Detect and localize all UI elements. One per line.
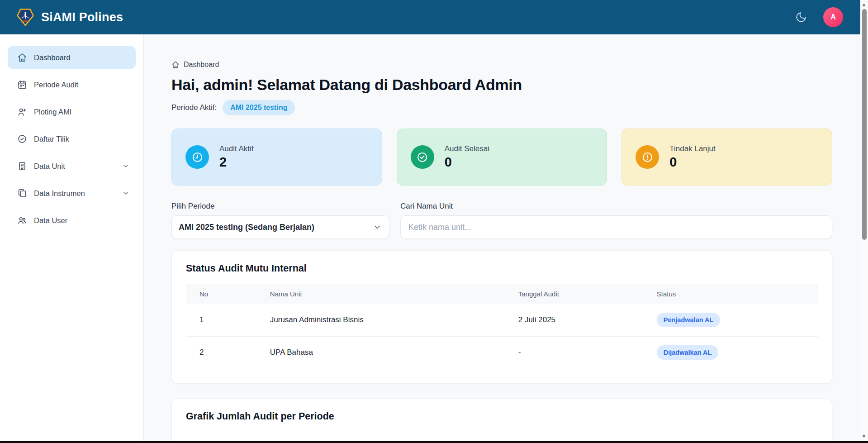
scrollbar-thumb[interactable] xyxy=(862,9,867,240)
sidebar-item-data-unit[interactable]: Data Unit xyxy=(8,155,136,177)
status-badge[interactable]: Penjadwalan AL xyxy=(657,313,721,327)
sidebar-item-label: Ploting AMI xyxy=(34,108,71,116)
home-icon xyxy=(17,52,27,62)
users-icon xyxy=(17,215,27,225)
sidebar-item-data-instrumen[interactable]: Data Instrumen xyxy=(8,182,136,205)
app-title: SiAMI Polines xyxy=(41,10,123,24)
stat-card-audit-selesai: Audit Selesai 0 xyxy=(397,129,607,186)
avatar[interactable]: A xyxy=(823,7,843,27)
chevron-down-icon xyxy=(122,162,129,170)
stat-value: 0 xyxy=(669,155,715,170)
chart-panel-title: Grafik Jumlah Audit per Periode xyxy=(186,411,818,422)
stat-card-tindak-lanjut: Tindak Lanjut 0 xyxy=(621,129,832,186)
stat-label: Audit Aktif xyxy=(219,144,254,153)
scroll-up-icon[interactable] xyxy=(862,3,866,6)
topbar: SiAMI Polines A xyxy=(0,0,860,34)
periode-select-label: Pilih Periode xyxy=(171,202,389,211)
chevron-down-icon xyxy=(373,223,382,232)
sidebar-item-periode-audit[interactable]: Periode Audit xyxy=(8,73,136,96)
alert-circle-icon xyxy=(636,145,659,169)
sidebar-item-ploting-ami[interactable]: Ploting AMI xyxy=(8,100,136,123)
stat-value: 0 xyxy=(445,155,489,170)
cell-nama-unit: Jurusan Administrasi Bisnis xyxy=(270,304,518,336)
chart-panel: Grafik Jumlah Audit per Periode xyxy=(171,398,832,441)
periode-aktif-badge: AMI 2025 testing xyxy=(223,100,295,115)
sidebar-item-label: Dashboard xyxy=(34,53,71,62)
clipboard-icon xyxy=(17,188,27,198)
stat-label: Audit Selesai xyxy=(445,144,489,153)
table-header-row: No Nama Unit Tanggal Audit Status xyxy=(186,284,818,304)
sidebar-item-data-user[interactable]: Data User xyxy=(8,209,136,232)
polines-logo-icon xyxy=(16,8,34,26)
user-plus-icon xyxy=(17,107,27,117)
sidebar: Dashboard Periode Audit Ploting AMI Daft… xyxy=(0,34,144,441)
page-scrollbar[interactable] xyxy=(860,0,868,441)
search-unit-input[interactable] xyxy=(400,215,832,239)
cell-tanggal-audit: 2 Juli 2025 xyxy=(518,304,657,336)
sidebar-item-label: Data Instrumen xyxy=(34,189,85,198)
brand[interactable]: SiAMI Polines xyxy=(16,8,123,26)
periode-select-value: AMI 2025 testing (Sedang Berjalan) xyxy=(179,223,314,232)
stat-cards: Audit Aktif 2 Audit Selesai 0 Tind xyxy=(171,129,832,186)
status-audit-table: No Nama Unit Tanggal Audit Status 1 Juru… xyxy=(186,284,818,369)
page-title: Hai, admin! Selamat Datang di Dashboard … xyxy=(171,76,832,94)
column-header-tanggal-audit: Tanggal Audit xyxy=(518,284,657,304)
cell-no: 1 xyxy=(186,304,270,336)
scroll-down-icon[interactable] xyxy=(862,435,866,438)
sidebar-item-label: Periode Audit xyxy=(34,81,78,89)
table-row: 1 Jurusan Administrasi Bisnis 2 Juli 202… xyxy=(186,304,818,336)
sidebar-item-label: Data User xyxy=(34,216,67,225)
moon-icon[interactable] xyxy=(794,10,808,24)
stat-label: Tindak Lanjut xyxy=(669,144,715,153)
cell-nama-unit: UPA Bahasa xyxy=(270,336,518,369)
search-unit-label: Cari Nama Unit xyxy=(400,202,832,211)
clock-icon xyxy=(185,145,209,169)
column-header-nama-unit: Nama Unit xyxy=(270,284,518,304)
building-icon xyxy=(17,161,27,171)
cell-tanggal-audit: - xyxy=(518,336,657,369)
column-header-no: No xyxy=(186,284,270,304)
stat-value: 2 xyxy=(219,155,254,170)
sidebar-item-label: Data Unit xyxy=(34,162,65,171)
sidebar-item-daftar-tilik[interactable]: Daftar Tilik xyxy=(8,128,136,150)
status-audit-panel: Status Audit Mutu Internal No Nama Unit … xyxy=(171,250,832,384)
table-row: 2 UPA Bahasa - Dijadwalkan AL xyxy=(186,336,818,369)
check-circle-icon xyxy=(411,145,434,169)
stat-card-audit-aktif: Audit Aktif 2 xyxy=(171,129,382,186)
breadcrumb-label: Dashboard xyxy=(184,61,219,69)
chevron-down-icon xyxy=(122,190,129,197)
home-icon xyxy=(171,61,180,69)
periode-aktif-label: Periode Aktif: xyxy=(171,103,217,112)
sidebar-item-label: Daftar Tilik xyxy=(34,135,69,143)
cell-no: 2 xyxy=(186,336,270,369)
breadcrumb[interactable]: Dashboard xyxy=(171,61,832,69)
check-circle-icon xyxy=(17,134,27,144)
window-bottom-edge xyxy=(0,441,868,443)
calendar-icon xyxy=(17,80,27,90)
status-panel-title: Status Audit Mutu Internal xyxy=(186,263,818,274)
sidebar-item-dashboard[interactable]: Dashboard xyxy=(8,46,136,69)
column-header-status: Status xyxy=(657,284,818,304)
periode-select[interactable]: AMI 2025 testing (Sedang Berjalan) xyxy=(171,215,389,239)
status-badge[interactable]: Dijadwalkan AL xyxy=(657,345,719,360)
main-content: Dashboard Hai, admin! Selamat Datang di … xyxy=(144,34,860,441)
